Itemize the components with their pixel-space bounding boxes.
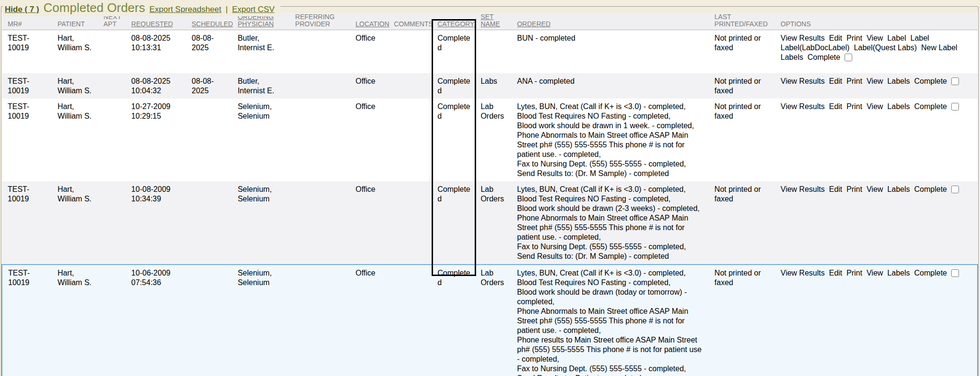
- ordered-item: Blood Test Requires NO Fasting - complet…: [517, 194, 706, 204]
- column-header-referring-provider: REFERRING PROVIDER: [290, 12, 351, 30]
- ordered-item: Fax to Nursing Dept. (555) 555-5555 - co…: [517, 364, 706, 374]
- column-header-label-location[interactable]: LOCATION: [356, 20, 390, 28]
- column-header-label-ordered[interactable]: ORDERED: [517, 20, 550, 28]
- ordered-item: Lytes, BUN, Creat (Call if K+ is <3.0) -…: [517, 185, 706, 194]
- order-row: TEST-10019Hart, William S.10-06-2009 07:…: [2, 265, 978, 376]
- cell-ordered: Lytes, BUN, Creat (Call if K+ is <3.0) -…: [512, 181, 710, 265]
- option-link-edit[interactable]: Edit: [829, 102, 842, 111]
- cell-location: Office: [351, 265, 389, 376]
- column-header-label-mr: MR#: [8, 20, 22, 28]
- option-link-labels[interactable]: Labels: [887, 268, 910, 278]
- order-row: TEST-10019Hart, William S.08-08-2025 10:…: [2, 73, 978, 99]
- cell-options: View ResultsEditPrintViewLabelLabelLabel…: [776, 30, 978, 73]
- complete-checkbox[interactable]: [951, 77, 959, 85]
- option-link-view-results[interactable]: View Results: [780, 102, 824, 111]
- option-link-label[interactable]: Label: [887, 33, 906, 43]
- complete-checkbox[interactable]: [845, 54, 852, 61]
- option-link-labels[interactable]: Labels: [887, 102, 910, 111]
- option-link-complete[interactable]: Complete: [914, 268, 947, 278]
- cell-requested: 10-27-2009 10:29:15: [126, 99, 187, 181]
- orders-legend: Hide ( 7 ) Completed Orders Export Sprea…: [3, 0, 280, 16]
- ordered-item: Send Results to: (Dr. M Sample) - comple…: [517, 169, 706, 178]
- cell-patient: Hart, William S.: [53, 30, 99, 73]
- option-link-labels[interactable]: Labels: [780, 53, 803, 62]
- option-link-labels[interactable]: Labels: [887, 77, 910, 86]
- cell-comments: [389, 181, 433, 265]
- option-link-complete[interactable]: Complete: [914, 185, 947, 194]
- completed-orders-panel: MR#PATIENTNEXT APTREQUESTEDSCHEDULEDORDE…: [1, 6, 979, 376]
- option-link-print[interactable]: Print: [846, 33, 862, 43]
- option-link-view[interactable]: View: [867, 102, 883, 111]
- cell-set-name: Labs: [476, 73, 512, 99]
- export-csv-link[interactable]: Export CSV: [232, 5, 275, 14]
- cell-next-apt: [99, 181, 126, 265]
- option-link-edit[interactable]: Edit: [829, 33, 842, 43]
- option-link-edit[interactable]: Edit: [829, 268, 842, 278]
- cell-referring-provider: [290, 99, 351, 181]
- cell-category: Completed: [433, 265, 476, 376]
- option-link-view[interactable]: View: [867, 77, 883, 86]
- ordered-item: Blood work should be drawn (today or tom…: [517, 288, 706, 307]
- column-header-label-requested[interactable]: REQUESTED: [131, 20, 173, 28]
- column-header-last-printed-faxed: LAST PRINTED/FAXED: [710, 12, 776, 30]
- cell-set-name: [476, 30, 512, 73]
- option-link-view[interactable]: View: [867, 33, 883, 43]
- cell-ordered: Lytes, BUN, Creat (Call if K+ is <3.0) -…: [512, 99, 710, 181]
- option-link-view-results[interactable]: View Results: [780, 33, 824, 43]
- option-link-view-results[interactable]: View Results: [780, 77, 824, 86]
- complete-checkbox[interactable]: [951, 269, 959, 277]
- ordered-item: Fax to Nursing Dept. (555) 555-5555 - co…: [517, 159, 706, 169]
- column-header-label-set-name[interactable]: SET NAME: [480, 13, 500, 28]
- option-link-new-label[interactable]: New Label: [921, 43, 958, 53]
- hide-orders-link[interactable]: Hide ( 7 ): [5, 5, 39, 14]
- cell-ordering-physician: Selenium, Selenium: [233, 181, 290, 265]
- legend-separator: |: [225, 5, 227, 14]
- ordered-item: Lytes, BUN, Creat (Call if K+ is <3.0) -…: [517, 268, 706, 278]
- option-link-print[interactable]: Print: [846, 77, 862, 86]
- option-link-label-labdoclabel[interactable]: Label(LabDocLabel): [780, 43, 849, 53]
- cell-requested: 10-06-2009 07:54:36: [126, 265, 187, 376]
- option-link-edit[interactable]: Edit: [829, 77, 842, 86]
- option-link-view[interactable]: View: [867, 185, 883, 194]
- column-header-label-category[interactable]: CATEGORY: [437, 20, 474, 28]
- option-link-labels[interactable]: Labels: [887, 185, 910, 194]
- cell-ordering-physician: Butler, Internist E.: [233, 73, 290, 99]
- option-link-print[interactable]: Print: [846, 268, 862, 278]
- option-link-edit[interactable]: Edit: [829, 185, 842, 194]
- option-link-view[interactable]: View: [867, 268, 883, 278]
- cell-ordering-physician: Butler, Internist E.: [233, 30, 290, 73]
- cell-next-apt: [99, 265, 126, 376]
- page-title: Completed Orders: [44, 0, 145, 15]
- ordered-item: Send Results to: (Dr. M Sample) - comple…: [517, 252, 706, 261]
- cell-last-printed-faxed: Not printed or faxed: [710, 265, 776, 376]
- ordered-item: Blood Test Requires NO Fasting - complet…: [517, 111, 706, 121]
- complete-checkbox[interactable]: [951, 103, 959, 111]
- export-spreadsheet-link[interactable]: Export Spreadsheet: [149, 5, 221, 14]
- cell-category: Completed: [433, 30, 476, 73]
- cell-category: Completed: [433, 73, 476, 99]
- complete-checkbox[interactable]: [951, 186, 959, 193]
- option-link-complete[interactable]: Complete: [807, 53, 840, 62]
- cell-set-name: Lab Orders: [476, 265, 512, 376]
- cell-comments: [389, 99, 433, 181]
- option-link-label[interactable]: Label: [911, 33, 929, 43]
- cell-referring-provider: [290, 181, 351, 265]
- cell-scheduled: 08-08-2025: [187, 73, 233, 99]
- completed-orders-table: MR#PATIENTNEXT APTREQUESTEDSCHEDULEDORDE…: [1, 12, 978, 376]
- option-link-label-quest-labs[interactable]: Label(Quest Labs): [854, 43, 917, 53]
- column-header-label-scheduled[interactable]: SCHEDULED: [192, 20, 233, 28]
- cell-ordered: ANA - completed: [512, 73, 710, 99]
- column-header-label-last-printed-faxed: LAST PRINTED/FAXED: [714, 13, 768, 28]
- option-link-complete[interactable]: Complete: [914, 102, 947, 111]
- option-link-view-results[interactable]: View Results: [780, 268, 824, 278]
- cell-requested: 08-08-2025 10:04:32: [126, 73, 187, 99]
- cell-patient: Hart, William S.: [53, 99, 99, 181]
- option-link-print[interactable]: Print: [846, 102, 862, 111]
- cell-comments: [389, 30, 433, 73]
- column-header-comments: COMMENTS: [389, 12, 433, 30]
- ordered-item: Send Results to: Patient - completed: [517, 374, 706, 376]
- option-link-view-results[interactable]: View Results: [780, 185, 824, 194]
- option-link-print[interactable]: Print: [846, 185, 862, 194]
- option-link-complete[interactable]: Complete: [914, 77, 947, 86]
- column-header-label-comments: COMMENTS: [394, 20, 433, 28]
